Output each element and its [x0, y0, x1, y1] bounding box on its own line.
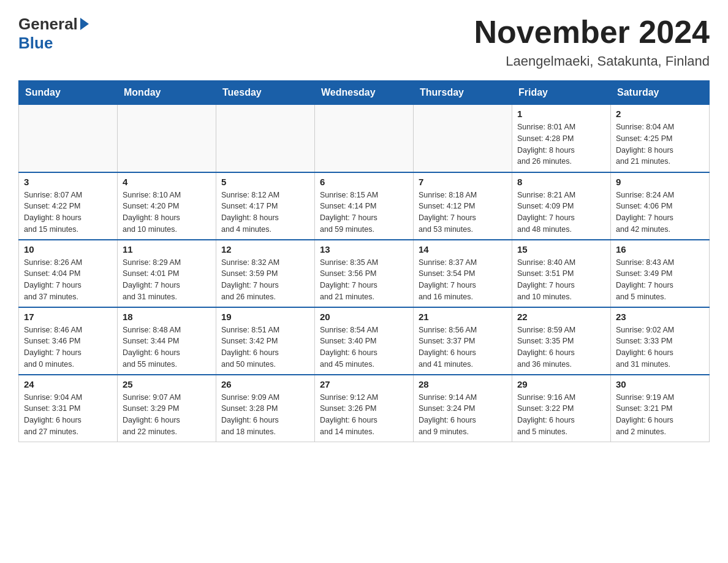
day-info: Sunrise: 8:35 AM Sunset: 3:56 PM Dayligh… — [320, 257, 408, 303]
day-number: 17 — [24, 312, 112, 322]
day-number: 20 — [320, 312, 408, 322]
day-info: Sunrise: 8:04 AM Sunset: 4:25 PM Dayligh… — [616, 121, 704, 167]
day-number: 21 — [419, 312, 507, 322]
day-number: 6 — [320, 177, 408, 187]
calendar-cell: 12Sunrise: 8:32 AM Sunset: 3:59 PM Dayli… — [216, 240, 315, 307]
calendar-cell: 28Sunrise: 9:14 AM Sunset: 3:24 PM Dayli… — [414, 375, 512, 442]
calendar-week-row: 10Sunrise: 8:26 AM Sunset: 4:04 PM Dayli… — [19, 240, 710, 307]
day-number: 19 — [221, 312, 309, 322]
day-number: 23 — [616, 312, 704, 322]
day-info: Sunrise: 8:12 AM Sunset: 4:17 PM Dayligh… — [221, 190, 309, 236]
calendar-cell — [118, 105, 216, 172]
calendar-cell: 14Sunrise: 8:37 AM Sunset: 3:54 PM Dayli… — [414, 240, 512, 307]
day-number: 29 — [517, 379, 605, 389]
day-number: 2 — [616, 109, 704, 119]
calendar-cell: 27Sunrise: 9:12 AM Sunset: 3:26 PM Dayli… — [315, 375, 414, 442]
day-info: Sunrise: 8:48 AM Sunset: 3:44 PM Dayligh… — [123, 324, 211, 370]
day-info: Sunrise: 8:59 AM Sunset: 3:35 PM Dayligh… — [517, 324, 605, 370]
calendar-cell: 6Sunrise: 8:15 AM Sunset: 4:14 PM Daylig… — [315, 172, 414, 240]
day-info: Sunrise: 8:07 AM Sunset: 4:22 PM Dayligh… — [24, 190, 112, 236]
calendar-cell: 24Sunrise: 9:04 AM Sunset: 3:31 PM Dayli… — [19, 375, 118, 442]
day-info: Sunrise: 9:04 AM Sunset: 3:31 PM Dayligh… — [24, 392, 112, 438]
calendar-cell: 19Sunrise: 8:51 AM Sunset: 3:42 PM Dayli… — [216, 307, 315, 375]
day-info: Sunrise: 9:19 AM Sunset: 3:21 PM Dayligh… — [616, 392, 704, 438]
calendar-cell — [216, 105, 315, 172]
day-info: Sunrise: 8:01 AM Sunset: 4:28 PM Dayligh… — [517, 121, 605, 167]
day-info: Sunrise: 9:02 AM Sunset: 3:33 PM Dayligh… — [616, 324, 704, 370]
day-info: Sunrise: 8:21 AM Sunset: 4:09 PM Dayligh… — [517, 190, 605, 236]
calendar-cell: 2Sunrise: 8:04 AM Sunset: 4:25 PM Daylig… — [611, 105, 710, 172]
calendar-cell — [315, 105, 414, 172]
day-number: 12 — [221, 244, 309, 255]
calendar-cell: 9Sunrise: 8:24 AM Sunset: 4:06 PM Daylig… — [611, 172, 710, 240]
day-number: 26 — [221, 379, 309, 389]
calendar-table: SundayMondayTuesdayWednesdayThursdayFrid… — [18, 80, 710, 442]
calendar-cell: 5Sunrise: 8:12 AM Sunset: 4:17 PM Daylig… — [216, 172, 315, 240]
day-number: 4 — [123, 177, 211, 187]
day-info: Sunrise: 8:56 AM Sunset: 3:37 PM Dayligh… — [419, 324, 507, 370]
calendar-cell: 16Sunrise: 8:43 AM Sunset: 3:49 PM Dayli… — [611, 240, 710, 307]
calendar-week-row: 3Sunrise: 8:07 AM Sunset: 4:22 PM Daylig… — [19, 172, 710, 240]
day-number: 14 — [419, 244, 507, 255]
day-info: Sunrise: 8:15 AM Sunset: 4:14 PM Dayligh… — [320, 190, 408, 236]
calendar-cell: 1Sunrise: 8:01 AM Sunset: 4:28 PM Daylig… — [512, 105, 611, 172]
weekday-header-sunday: Sunday — [19, 81, 118, 105]
weekday-header-row: SundayMondayTuesdayWednesdayThursdayFrid… — [19, 81, 710, 105]
day-number: 16 — [616, 244, 704, 255]
day-info: Sunrise: 8:54 AM Sunset: 3:40 PM Dayligh… — [320, 324, 408, 370]
day-info: Sunrise: 9:09 AM Sunset: 3:28 PM Dayligh… — [221, 392, 309, 438]
calendar-cell: 29Sunrise: 9:16 AM Sunset: 3:22 PM Dayli… — [512, 375, 611, 442]
day-info: Sunrise: 8:18 AM Sunset: 4:12 PM Dayligh… — [419, 190, 507, 236]
day-info: Sunrise: 8:40 AM Sunset: 3:51 PM Dayligh… — [517, 257, 605, 303]
calendar-week-row: 17Sunrise: 8:46 AM Sunset: 3:46 PM Dayli… — [19, 307, 710, 375]
calendar-cell: 13Sunrise: 8:35 AM Sunset: 3:56 PM Dayli… — [315, 240, 414, 307]
calendar-week-row: 24Sunrise: 9:04 AM Sunset: 3:31 PM Dayli… — [19, 375, 710, 442]
calendar-cell: 23Sunrise: 9:02 AM Sunset: 3:33 PM Dayli… — [611, 307, 710, 375]
calendar-cell: 10Sunrise: 8:26 AM Sunset: 4:04 PM Dayli… — [19, 240, 118, 307]
calendar-cell: 26Sunrise: 9:09 AM Sunset: 3:28 PM Dayli… — [216, 375, 315, 442]
calendar-cell: 22Sunrise: 8:59 AM Sunset: 3:35 PM Dayli… — [512, 307, 611, 375]
weekday-header-monday: Monday — [118, 81, 216, 105]
day-info: Sunrise: 8:32 AM Sunset: 3:59 PM Dayligh… — [221, 257, 309, 303]
day-info: Sunrise: 8:24 AM Sunset: 4:06 PM Dayligh… — [616, 190, 704, 236]
day-number: 30 — [616, 379, 704, 389]
calendar-cell: 4Sunrise: 8:10 AM Sunset: 4:20 PM Daylig… — [118, 172, 216, 240]
day-number: 27 — [320, 379, 408, 389]
logo: General Blue — [18, 15, 89, 53]
day-info: Sunrise: 9:16 AM Sunset: 3:22 PM Dayligh… — [517, 392, 605, 438]
month-title: November 2024 — [474, 15, 710, 50]
calendar-cell: 20Sunrise: 8:54 AM Sunset: 3:40 PM Dayli… — [315, 307, 414, 375]
calendar-cell: 21Sunrise: 8:56 AM Sunset: 3:37 PM Dayli… — [414, 307, 512, 375]
day-number: 9 — [616, 177, 704, 187]
calendar-cell: 3Sunrise: 8:07 AM Sunset: 4:22 PM Daylig… — [19, 172, 118, 240]
calendar-cell: 25Sunrise: 9:07 AM Sunset: 3:29 PM Dayli… — [118, 375, 216, 442]
day-info: Sunrise: 8:37 AM Sunset: 3:54 PM Dayligh… — [419, 257, 507, 303]
day-number: 8 — [517, 177, 605, 187]
day-number: 3 — [24, 177, 112, 187]
weekday-header-thursday: Thursday — [414, 81, 512, 105]
calendar-cell — [414, 105, 512, 172]
logo-blue-label: Blue — [18, 34, 53, 53]
location-title: Laengelmaeki, Satakunta, Finland — [474, 53, 710, 69]
calendar-cell: 7Sunrise: 8:18 AM Sunset: 4:12 PM Daylig… — [414, 172, 512, 240]
weekday-header-friday: Friday — [512, 81, 611, 105]
day-info: Sunrise: 8:29 AM Sunset: 4:01 PM Dayligh… — [123, 257, 211, 303]
day-info: Sunrise: 9:12 AM Sunset: 3:26 PM Dayligh… — [320, 392, 408, 438]
day-info: Sunrise: 9:14 AM Sunset: 3:24 PM Dayligh… — [419, 392, 507, 438]
page-header: General Blue November 2024 Laengelmaeki,… — [18, 15, 710, 69]
calendar-cell: 30Sunrise: 9:19 AM Sunset: 3:21 PM Dayli… — [611, 375, 710, 442]
calendar-cell — [19, 105, 118, 172]
day-number: 15 — [517, 244, 605, 255]
title-section: November 2024 Laengelmaeki, Satakunta, F… — [474, 15, 710, 69]
day-info: Sunrise: 8:10 AM Sunset: 4:20 PM Dayligh… — [123, 190, 211, 236]
day-info: Sunrise: 9:07 AM Sunset: 3:29 PM Dayligh… — [123, 392, 211, 438]
day-info: Sunrise: 8:26 AM Sunset: 4:04 PM Dayligh… — [24, 257, 112, 303]
weekday-header-saturday: Saturday — [611, 81, 710, 105]
calendar-week-row: 1Sunrise: 8:01 AM Sunset: 4:28 PM Daylig… — [19, 105, 710, 172]
day-number: 18 — [123, 312, 211, 322]
weekday-header-tuesday: Tuesday — [216, 81, 315, 105]
calendar-cell: 18Sunrise: 8:48 AM Sunset: 3:44 PM Dayli… — [118, 307, 216, 375]
calendar-cell: 8Sunrise: 8:21 AM Sunset: 4:09 PM Daylig… — [512, 172, 611, 240]
day-number: 5 — [221, 177, 309, 187]
logo-arrow-icon — [80, 18, 89, 30]
